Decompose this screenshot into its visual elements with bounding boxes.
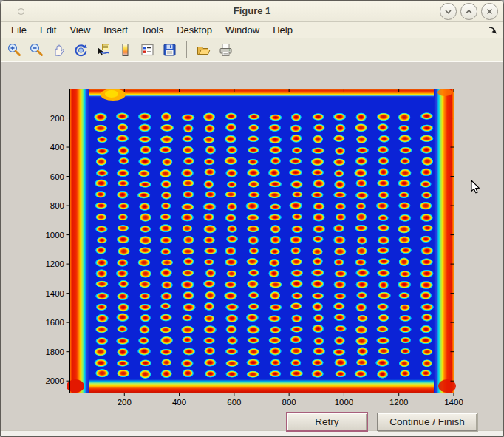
well-spot	[290, 269, 303, 277]
well-spot	[420, 214, 433, 223]
well-spot	[248, 146, 260, 153]
well-spot	[139, 304, 151, 311]
well-spot	[355, 280, 369, 288]
well-spot	[399, 146, 412, 153]
well-spot	[246, 325, 260, 334]
well-spot	[140, 269, 151, 278]
menu-item-desktop[interactable]: Desktop	[170, 23, 219, 37]
well-spot	[248, 348, 259, 356]
data-cursor-icon[interactable]	[95, 41, 112, 58]
well-spot	[95, 246, 106, 254]
colorbar-icon[interactable]	[117, 41, 134, 58]
well-spot	[245, 202, 259, 211]
well-spot	[354, 225, 368, 232]
menu-item-window[interactable]: Window	[219, 23, 266, 37]
well-spot	[268, 192, 282, 199]
x-tick-label: 400	[172, 398, 186, 407]
well-spot	[161, 112, 172, 121]
y-tick-label: 400	[50, 143, 64, 152]
y-tick-label: 1800	[45, 348, 64, 356]
well-spot	[138, 336, 149, 344]
well-spot	[420, 135, 434, 142]
open-file-icon[interactable]	[195, 41, 212, 58]
menu-item-tools[interactable]: Tools	[134, 23, 170, 37]
well-spot	[377, 236, 389, 245]
well-spot	[421, 157, 433, 166]
menu-item-view[interactable]: View	[63, 23, 97, 37]
close-icon	[486, 7, 494, 16]
well-spot	[334, 358, 347, 367]
titlebar[interactable]: Figure 1	[1, 1, 503, 22]
well-spot	[312, 257, 323, 265]
retry-button[interactable]: Retry	[286, 412, 368, 432]
well-spot	[311, 370, 324, 378]
pan-icon[interactable]	[50, 41, 67, 58]
menu-item-edit[interactable]: Edit	[33, 23, 63, 37]
well-spot	[140, 359, 152, 366]
well-spot	[248, 247, 259, 254]
well-spot	[269, 370, 282, 378]
print-figure-icon[interactable]	[217, 41, 234, 58]
well-spot	[204, 359, 217, 367]
well-spot	[181, 325, 194, 333]
close-button[interactable]	[481, 3, 498, 20]
well-spot	[333, 224, 345, 232]
menu-item-help[interactable]: Help	[266, 23, 299, 37]
well-spot	[270, 248, 281, 255]
save-figure-icon[interactable]	[161, 41, 178, 58]
well-spot	[420, 112, 433, 120]
well-spot	[247, 280, 259, 288]
well-spot	[377, 292, 391, 299]
well-spot	[117, 191, 129, 200]
well-spot	[96, 303, 108, 311]
well-spot	[289, 157, 302, 164]
well-spot	[117, 235, 130, 244]
well-spot	[117, 360, 129, 367]
dock-figure-icon[interactable]	[488, 24, 497, 38]
well-spot	[117, 259, 129, 267]
well-spot	[268, 135, 282, 143]
well-spot	[400, 336, 411, 343]
well-spot	[313, 235, 324, 243]
minimize-button[interactable]	[440, 3, 457, 20]
well-spot	[160, 314, 172, 322]
well-spot	[398, 135, 412, 143]
well-spot	[204, 158, 215, 166]
well-spot	[225, 123, 237, 132]
well-spot	[376, 202, 389, 210]
well-spot	[398, 125, 409, 132]
well-spot	[421, 348, 432, 355]
well-spot	[398, 257, 409, 266]
well-spot	[247, 135, 259, 142]
well-spot	[333, 259, 344, 266]
axes-plot-area[interactable]: 2004006008001000120014002004006008001000…	[1, 1, 503, 436]
zoom-out-icon[interactable]	[28, 41, 45, 58]
well-spot	[377, 370, 389, 379]
well-spot	[203, 280, 216, 288]
maximize-button[interactable]	[460, 3, 477, 20]
well-spot	[225, 348, 238, 356]
well-spot	[226, 203, 237, 211]
well-spot	[312, 324, 324, 333]
insert-legend-icon[interactable]	[139, 41, 156, 58]
well-spot	[268, 169, 281, 177]
zoom-in-icon[interactable]	[6, 41, 23, 58]
well-spot	[117, 325, 128, 333]
continue-finish-button[interactable]: Continue / Finish	[377, 413, 477, 431]
well-spot	[269, 304, 282, 311]
well-spot	[225, 360, 239, 367]
well-spot	[420, 281, 434, 290]
menu-item-file[interactable]: File	[4, 23, 33, 37]
menu-item-insert[interactable]: Insert	[97, 23, 134, 37]
well-spot	[182, 225, 192, 233]
rotate-3d-icon[interactable]	[72, 41, 89, 58]
well-spot	[334, 169, 344, 177]
well-spot	[139, 236, 152, 245]
well-spot	[357, 236, 368, 244]
well-spot	[420, 246, 433, 255]
x-tick-label: 800	[282, 398, 296, 407]
well-spot	[311, 147, 325, 154]
well-spot	[398, 225, 411, 234]
well-spot	[377, 224, 390, 231]
well-spot	[118, 247, 130, 256]
